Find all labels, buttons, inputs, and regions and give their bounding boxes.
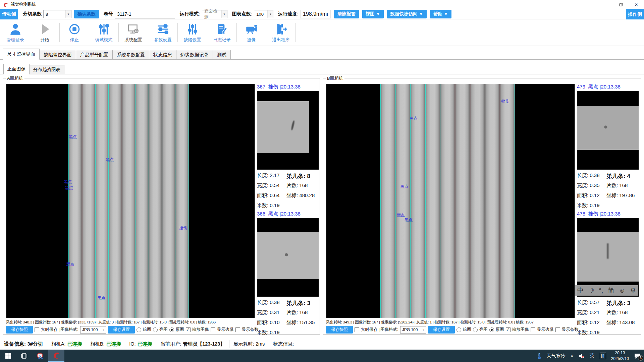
ime-item[interactable]: ⚙ [630, 287, 636, 294]
show-count-label: 显示条数 [242, 327, 259, 333]
ime-toolbar[interactable]: 中☽°,简☺⚙ [575, 285, 638, 296]
camera-icon [245, 22, 259, 36]
taskbar: 天气寒冷 ∧ 英 拼 20:13 2025/2/10 6 [0, 350, 644, 362]
slit-count-label: 分切条数 [23, 11, 42, 17]
defect-header: 478 挫伤 |20:13:38 [577, 211, 639, 218]
weather-text[interactable]: 天气寒冷 [547, 353, 566, 359]
stop-button[interactable]: 停止 [60, 22, 89, 43]
capture-button[interactable]: 摄像 [237, 22, 266, 43]
system-config-button[interactable]: 系统配置 [119, 22, 148, 43]
show-edge-checkbox[interactable] [211, 327, 215, 332]
defect-mark [604, 126, 607, 129]
defect-mark [607, 243, 609, 259]
camera-a-image: 黑点黑点黑点黑点挫伤黑点黑点 [6, 84, 255, 318]
dark-image-radio[interactable] [457, 327, 461, 332]
run-mode-select[interactable]: 双面检测▼ [202, 10, 227, 18]
snipping-tool-button[interactable] [32, 350, 48, 362]
log-icon [215, 22, 229, 36]
dark-image-radio[interactable] [137, 327, 141, 332]
save-settings-button[interactable]: 保存设置 [428, 326, 455, 334]
view-menu-button[interactable]: 视图 ▼ [362, 10, 384, 18]
data-quick-access-button[interactable]: 数据快捷访问 ▼ [387, 10, 427, 18]
start-button[interactable]: 开始 [30, 22, 59, 43]
save-settings-button[interactable]: 保存设置 [108, 326, 135, 334]
ime-item[interactable]: ☽ [588, 287, 594, 294]
dark-image-label: 暗图 [463, 327, 471, 333]
realtime-save-label: 实时保存 [361, 327, 378, 333]
parameter-settings-button[interactable]: 参数设置 [148, 22, 177, 43]
exit-program-button[interactable]: 退出程序 [266, 22, 296, 43]
chart-points-select[interactable]: 100▼ [254, 10, 273, 18]
admin-login-button[interactable]: 管理登录 [1, 22, 30, 43]
log-record-button[interactable]: 日志记录 [207, 22, 236, 43]
zoom-image-checkbox[interactable] [186, 327, 191, 332]
zoom-image-checkbox[interactable] [506, 327, 511, 332]
app-taskbar-button[interactable] [48, 350, 64, 362]
tab-test[interactable]: 测试 [213, 50, 231, 59]
tab-status-info[interactable]: 状态信息 [149, 50, 176, 59]
original-image-radio[interactable] [489, 327, 494, 332]
clear-alarm-button[interactable]: 清除报警 [334, 10, 359, 18]
defect-card[interactable]: 367 挫伤 |20:13:38 长度: 2.17 第几条: 8 宽度: 0.5… [257, 84, 319, 210]
defect-card[interactable]: 478 挫伤 |20:13:38 长度: 0.57 第几条: 3 宽度: 0.2… [577, 211, 639, 337]
camera-a-panel: A面相机 黑点黑点黑点黑点挫伤黑点黑点 采集耗时: 348.3 | 图像计数: … [3, 78, 320, 335]
subtab-front-image[interactable]: 正面图像 [3, 64, 30, 74]
camera-b-defect-list: 479 黑点 |20:13:38 长度: 0.38 第几条: 4 宽度: 0.3… [577, 84, 639, 338]
show-count-label: 显示条数 [562, 327, 579, 333]
original-image-radio[interactable] [169, 327, 174, 332]
ime-item[interactable]: 简 [608, 286, 614, 295]
realtime-save-checkbox[interactable] [35, 327, 39, 332]
subtab-trend-chart[interactable]: 分布趋势图表 [29, 65, 64, 74]
start-button[interactable] [0, 350, 16, 362]
image-format-select[interactable]: JPG 100∨ [80, 326, 106, 334]
tab-system-params[interactable]: 系统参数配置 [112, 50, 149, 59]
main-tab-strip: 尺寸监控界面 缺陷监控界面 产品型号配置 系统参数配置 状态信息 边缘数据记录 … [0, 49, 644, 60]
tray-expand-chevron[interactable]: ∧ [571, 354, 574, 358]
defect-image-label: 挫伤 [501, 98, 509, 104]
save-snapshot-button[interactable]: 保存快照 [6, 326, 33, 334]
realtime-save-checkbox[interactable] [355, 327, 359, 332]
tab-edge-data[interactable]: 边缘数据记录 [176, 50, 213, 59]
ime-mode-indicator[interactable]: 拼 [600, 353, 606, 359]
save-snapshot-button[interactable]: 保存快照 [326, 326, 353, 334]
display-time: 显示耗时: 2ms [229, 340, 269, 348]
drive-side-button[interactable]: 传动侧 [0, 9, 18, 19]
bright-image-label: 亮图 [159, 327, 168, 333]
bright-image-radio[interactable] [153, 327, 158, 332]
image-format-select[interactable]: JPG 100∨ [400, 326, 426, 334]
ime-item[interactable]: 中 [577, 286, 584, 295]
show-edge-checkbox[interactable] [531, 327, 535, 332]
language-indicator[interactable]: 英 [590, 353, 595, 359]
volume-muted-icon[interactable] [579, 353, 585, 359]
clock[interactable]: 20:13 2025/2/10 [611, 350, 629, 361]
close-button[interactable]: ✕ [629, 0, 644, 9]
tab-size-monitor[interactable]: 尺寸监控界面 [3, 49, 40, 60]
minimize-button[interactable]: — [598, 0, 613, 9]
confirm-count-button[interactable]: 确认条数 [74, 10, 99, 18]
show-count-checkbox[interactable] [235, 327, 240, 332]
debug-mode-button[interactable]: 调试模式 [89, 22, 118, 43]
app-logo-icon [3, 2, 8, 7]
roll-number-label: 卷号 [104, 11, 113, 17]
defect-image-label: 黑点 [397, 213, 405, 218]
ime-item[interactable]: °, [599, 287, 603, 294]
bright-image-radio[interactable] [473, 327, 478, 332]
ime-item[interactable]: ☺ [619, 287, 625, 294]
defect-image-label: 黑点 [106, 157, 114, 163]
defect-card[interactable]: 366 黑点 |20:13:38 长度: 0.38 第几条: 3 宽度: 0.3… [257, 211, 319, 337]
show-count-checkbox[interactable] [555, 327, 560, 332]
defect-settings-button[interactable]: 缺陷设置 [178, 22, 207, 43]
help-menu-button[interactable]: 帮助 ▼ [430, 10, 451, 18]
defect-card[interactable]: 479 黑点 |20:13:38 长度: 0.38 第几条: 4 宽度: 0.3… [577, 84, 639, 210]
roll-number-input[interactable] [115, 10, 175, 18]
task-view-button[interactable] [16, 350, 32, 362]
tab-defect-monitor[interactable]: 缺陷监控界面 [39, 50, 76, 59]
defect-image-label: 挫伤 [179, 225, 187, 231]
icon-toolbar: 管理登录 开始 停止 调试模式 系统配置 参数设置 缺陷设置 [0, 19, 644, 46]
tab-product-model[interactable]: 产品型号配置 [76, 50, 113, 59]
slit-count-select[interactable]: 8▼ [43, 10, 71, 18]
action-center-button[interactable]: 6 [634, 353, 641, 359]
defect-image-label: 黑点 [64, 179, 72, 185]
operator-side-button[interactable]: 操作侧 [626, 9, 644, 19]
restore-button[interactable] [613, 0, 629, 9]
